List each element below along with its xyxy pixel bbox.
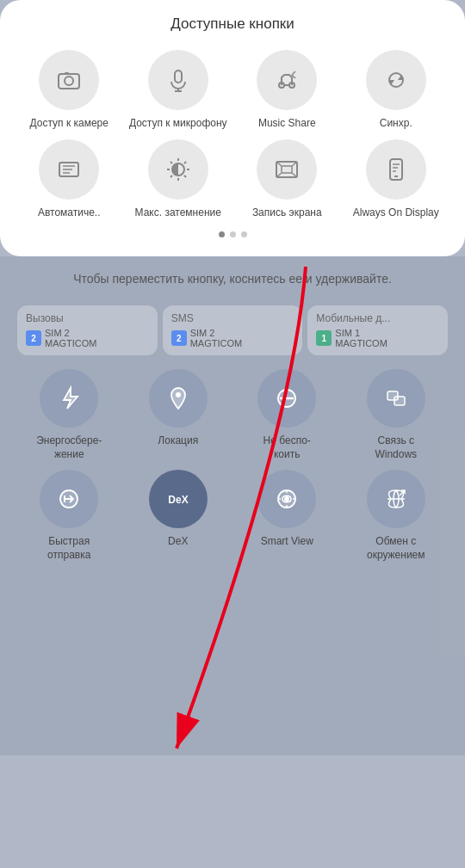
max-dim-icon [164, 156, 192, 183]
energy-icon [53, 383, 84, 414]
quick-btn-location[interactable]: Локация [127, 369, 231, 461]
svg-point-42 [284, 496, 289, 502]
status-badge-data: 1 SIM 1 MAGTICOM [316, 328, 439, 348]
quick-btn-energy[interactable]: Энергосбере-жение [17, 369, 121, 461]
svg-rect-2 [65, 72, 69, 75]
svg-point-34 [176, 392, 181, 397]
quick-label-dex: DeX [168, 535, 188, 549]
sim-badge-data: 1 [316, 330, 332, 346]
quick-btn-quick-send[interactable]: Быстраяотправка [17, 470, 121, 562]
btn-label-mic: Доступ к микрофону [129, 117, 227, 131]
btn-label-auto: Автоматиче.. [38, 206, 101, 220]
sim-info-data: SIM 1 MAGTICOM [335, 328, 388, 348]
quick-circle-dex: DeX [149, 470, 208, 528]
location-icon [163, 383, 194, 414]
btn-camera[interactable]: Доступ к камере [17, 50, 121, 131]
hint-text: Чтобы переместить кнопку, коснитесь ее и… [17, 270, 448, 288]
btn-circle-max-dim [148, 139, 208, 200]
quick-circle-energy [40, 369, 98, 428]
dot-3 [241, 231, 247, 237]
quick-btn-dex[interactable]: DeX DeX [127, 470, 231, 562]
quick-circle-share-env [367, 470, 425, 528]
btn-max-dim[interactable]: Макс. затемнение [127, 139, 231, 220]
btn-label-screen-rec: Запись экрана [252, 206, 322, 220]
quick-circle-location [149, 369, 208, 428]
sim-info-sms: SIM 2 MAGTICOM [190, 328, 243, 348]
quick-btn-share-env[interactable]: Обмен сокружением [344, 470, 449, 562]
quick-circle-windows [367, 369, 425, 428]
btn-music-share[interactable]: Music Share [235, 50, 339, 131]
sim-name-calls: SIM 2 [45, 328, 97, 338]
status-card-calls: Вызовы 2 SIM 2 MAGTICOM [17, 305, 158, 355]
quick-label-energy: Энергосбере-жение [36, 434, 102, 461]
sim-badge-calls: 2 [26, 330, 41, 346]
sim-badge-sms: 2 [171, 330, 187, 346]
quick-label-dnd: Не беспо-коить [264, 434, 311, 461]
quick-btn-smart-view[interactable]: Smart View [235, 470, 339, 562]
dnd-icon [271, 383, 302, 414]
share-env-icon [381, 483, 412, 514]
smart-view-icon [271, 483, 302, 514]
btn-screen-rec[interactable]: Запись экрана [235, 139, 339, 220]
svg-rect-3 [175, 71, 182, 83]
aod-icon [382, 156, 410, 183]
quick-btn-windows[interactable]: Связь сWindows [344, 369, 449, 461]
music-share-icon [273, 66, 301, 94]
dots-indicator [17, 231, 448, 237]
svg-line-20 [184, 175, 186, 177]
status-row: Вызовы 2 SIM 2 MAGTICOM SMS 2 SIM 2 MAGT… [17, 305, 448, 355]
quick-label-share-env: Обмен сокружением [367, 535, 425, 562]
btn-aod[interactable]: Always On Display [344, 139, 449, 220]
sim-provider-sms: MAGTICOM [190, 338, 243, 348]
status-label-data: Мобильные д... [316, 312, 439, 324]
sim-name-sms: SIM 2 [190, 328, 243, 338]
bottom-section: Чтобы переместить кнопку, коснитесь ее и… [0, 256, 465, 755]
btn-mic[interactable]: Доступ к микрофону [127, 50, 231, 131]
dot-1 [219, 231, 225, 237]
btn-circle-auto [39, 139, 99, 200]
top-panel: Доступные кнопки Доступ к камере [0, 0, 465, 256]
quick-buttons-grid: Энергосбере-жение Локация Не беспо-коить [17, 369, 448, 562]
status-card-sms: SMS 2 SIM 2 MAGTICOM [163, 305, 303, 355]
btn-label-max-dim: Макс. затемнение [135, 206, 221, 220]
status-label-sms: SMS [171, 312, 294, 324]
btn-sync[interactable]: Синхр. [344, 50, 449, 131]
status-badge-calls: 2 SIM 2 MAGTICOM [26, 328, 149, 348]
auto-icon [55, 156, 83, 183]
status-label-calls: Вызовы [26, 312, 149, 324]
btn-label-aod: Always On Display [353, 206, 439, 220]
btn-circle-music-share [257, 50, 317, 110]
btn-auto[interactable]: Автоматиче.. [17, 139, 121, 220]
status-badge-sms: 2 SIM 2 MAGTICOM [171, 328, 294, 348]
btn-circle-screen-rec [257, 139, 317, 200]
btn-circle-aod [366, 139, 426, 200]
dot-2 [230, 231, 236, 237]
btn-circle-mic [148, 50, 208, 110]
svg-rect-24 [282, 166, 292, 173]
svg-line-19 [170, 162, 172, 163]
svg-rect-38 [394, 397, 405, 405]
quick-label-windows: Связь сWindows [375, 434, 417, 461]
sim-provider-data: MAGTICOM [335, 338, 388, 348]
btn-circle-camera [39, 50, 99, 110]
btn-label-camera: Доступ к камере [30, 117, 108, 131]
btn-label-music-share: Music Share [258, 117, 316, 131]
svg-line-22 [170, 175, 172, 177]
screen-rec-icon [273, 156, 301, 183]
quick-label-smart-view: Smart View [261, 535, 313, 549]
btn-circle-sync [366, 50, 426, 110]
quick-label-quick-send: Быстраяотправка [47, 535, 90, 562]
quick-circle-dnd [257, 369, 316, 428]
quick-label-location: Локация [158, 434, 198, 448]
mic-icon [164, 66, 192, 94]
windows-icon [381, 383, 412, 414]
buttons-grid: Доступ к камере Доступ к микрофону [17, 50, 448, 219]
quick-send-icon [53, 483, 84, 514]
sim-info-calls: SIM 2 MAGTICOM [45, 328, 97, 348]
sim-provider-calls: MAGTICOM [45, 338, 97, 348]
dex-icon: DeX [163, 483, 194, 514]
svg-line-21 [184, 162, 186, 163]
sim-name-data: SIM 1 [335, 328, 388, 338]
quick-btn-dnd[interactable]: Не беспо-коить [235, 369, 339, 461]
svg-text:DeX: DeX [168, 494, 188, 506]
